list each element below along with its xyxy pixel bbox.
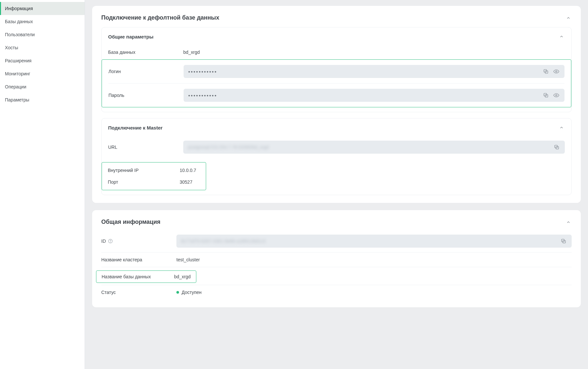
id-masked-box: 8c77af70-6267-4361-8e86-a18f4126d1c3: [176, 235, 572, 248]
port-value: 30527: [180, 179, 200, 185]
status-row: Статус Доступен: [101, 285, 572, 300]
login-label: Логин: [108, 69, 184, 74]
db-name-value: bd_xrgd: [174, 274, 191, 279]
sidebar: Информация Базы данных Пользователи Хост…: [0, 0, 85, 369]
login-row: Логин ●●●●●●●●●●●: [108, 60, 564, 83]
help-icon[interactable]: [108, 238, 113, 244]
sidebar-item-hosts[interactable]: Хосты: [0, 41, 85, 54]
sidebar-item-label: Базы данных: [5, 19, 33, 24]
id-masked-value: 8c77af70-6267-4361-8e86-a18f4126d1c3: [181, 238, 265, 244]
connection-card-header: Подключение к дефолтной базе данных: [101, 14, 572, 21]
status-value-wrap: Доступен: [176, 290, 572, 295]
status-dot-icon: [176, 291, 179, 294]
database-value: bd_xrgd: [183, 50, 565, 55]
master-connection-section: Подключение к Master URL postgresql://10…: [101, 118, 572, 195]
internal-ip-label: Внутренний IP: [108, 168, 180, 173]
sidebar-item-monitoring[interactable]: Мониторинг: [0, 67, 85, 80]
general-params-body: База данных bd_xrgd Логин ●●●●●●●●●●●: [102, 44, 571, 112]
status-value: Доступен: [182, 290, 202, 295]
sidebar-item-extensions[interactable]: Расширения: [0, 54, 85, 67]
sidebar-item-label: Параметры: [5, 97, 29, 102]
sidebar-item-label: Хосты: [5, 45, 18, 50]
sidebar-item-label: Операции: [5, 84, 26, 89]
sidebar-item-label: Информация: [5, 6, 33, 11]
sidebar-item-databases[interactable]: Базы данных: [0, 15, 85, 28]
chevron-up-icon[interactable]: [558, 124, 565, 131]
password-label: Пароль: [108, 93, 184, 98]
db-name-label: Название базы данных: [102, 274, 174, 279]
sidebar-item-info[interactable]: Информация: [0, 2, 85, 15]
eye-icon[interactable]: [553, 92, 560, 99]
general-info-card: Общая информация ID 8c77af70-6267-4361-8…: [92, 210, 581, 307]
connection-card-title: Подключение к дефолтной базе данных: [101, 14, 219, 21]
cluster-name-row: Название кластера test_cluster: [101, 252, 572, 267]
copy-icon[interactable]: [560, 238, 567, 245]
database-row: База данных bd_xrgd: [108, 45, 565, 59]
internal-ip-value: 10.0.0.7: [180, 168, 200, 173]
login-actions: [542, 68, 560, 75]
cluster-name-label: Название кластера: [101, 257, 176, 262]
general-info-title: Общая информация: [101, 219, 160, 225]
id-label-text: ID: [101, 238, 106, 244]
sidebar-item-label: Расширения: [5, 58, 31, 63]
ip-port-highlight: Внутренний IP 10.0.0.7 Порт 30527: [102, 162, 206, 190]
master-connection-body: URL postgresql://10.254.7.78:32065/bd_xr…: [102, 135, 571, 195]
db-name-row-wrap: Название базы данных bd_xrgd: [101, 267, 572, 285]
svg-point-9: [110, 242, 111, 242]
svg-point-5: [556, 95, 557, 96]
credentials-highlight: Логин ●●●●●●●●●●●: [102, 59, 571, 107]
status-label: Статус: [101, 290, 176, 295]
general-info-header: Общая информация: [101, 219, 572, 225]
db-name-highlight: Название базы данных bd_xrgd: [96, 270, 196, 283]
copy-icon[interactable]: [542, 92, 549, 99]
sidebar-item-label: Мониторинг: [5, 71, 30, 76]
copy-icon[interactable]: [553, 144, 560, 151]
sidebar-item-operations[interactable]: Операции: [0, 80, 85, 93]
url-masked-value: postgresql://10.254.7.78:32065/bd_xrgd: [188, 145, 269, 150]
main-content: Подключение к дефолтной базе данных Общи…: [85, 0, 588, 369]
password-masked-value: ●●●●●●●●●●●: [188, 94, 217, 97]
url-actions: [553, 144, 560, 151]
master-connection-header: Подключение к Master: [102, 118, 571, 135]
general-params-header: Общие параметры: [102, 27, 571, 44]
chevron-up-icon[interactable]: [565, 219, 572, 225]
password-masked-box: ●●●●●●●●●●●: [184, 89, 564, 102]
svg-point-2: [556, 71, 557, 72]
id-actions: [560, 238, 567, 245]
id-label: ID: [101, 238, 176, 244]
port-label: Порт: [108, 179, 180, 185]
general-params-section: Общие параметры База данных bd_xrgd Логи…: [101, 27, 572, 112]
login-masked-value: ●●●●●●●●●●●: [188, 70, 217, 73]
connection-card: Подключение к дефолтной базе данных Общи…: [92, 6, 581, 203]
port-row: Порт 30527: [108, 176, 200, 188]
cluster-name-value: test_cluster: [176, 257, 572, 262]
copy-icon[interactable]: [542, 68, 549, 75]
url-masked-box: postgresql://10.254.7.78:32065/bd_xrgd: [183, 141, 565, 154]
sidebar-item-parameters[interactable]: Параметры: [0, 93, 85, 106]
url-row: URL postgresql://10.254.7.78:32065/bd_xr…: [108, 136, 565, 158]
id-row: ID 8c77af70-6267-4361-8e86-a18f4126d1c3: [101, 230, 572, 252]
database-label: База данных: [108, 50, 183, 55]
eye-icon[interactable]: [553, 68, 560, 75]
general-params-title: Общие параметры: [108, 34, 154, 39]
internal-ip-row: Внутренний IP 10.0.0.7: [108, 164, 200, 176]
chevron-up-icon[interactable]: [565, 15, 572, 21]
sidebar-item-label: Пользователи: [5, 32, 35, 37]
password-actions: [542, 92, 560, 99]
login-masked-box: ●●●●●●●●●●●: [184, 65, 564, 78]
chevron-up-icon[interactable]: [558, 33, 565, 40]
general-info-body: ID 8c77af70-6267-4361-8e86-a18f4126d1c3: [101, 230, 572, 300]
master-connection-title: Подключение к Master: [108, 125, 163, 131]
password-row: Пароль ●●●●●●●●●●●: [108, 83, 564, 107]
url-label: URL: [108, 145, 183, 150]
sidebar-item-users[interactable]: Пользователи: [0, 28, 85, 41]
